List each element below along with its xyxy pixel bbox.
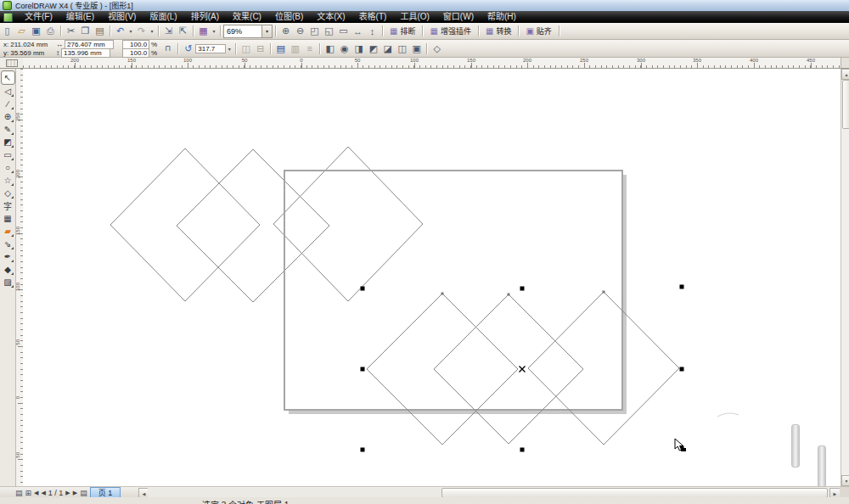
import-icon[interactable]: ⇲	[161, 25, 176, 37]
app-launcher-icon[interactable]: ▦	[196, 25, 211, 37]
plugin-snap-button[interactable]: ▣贴齐	[521, 25, 555, 38]
rotation-spinner[interactable]: ▾	[226, 42, 233, 55]
vertical-scroll-thumb[interactable]	[842, 80, 849, 129]
scale-v-field[interactable]: 100.0	[122, 48, 149, 58]
x-label: x:	[3, 41, 8, 48]
redo-icon-dropdown[interactable]: ▾	[149, 25, 155, 37]
eyedropper-tool[interactable]: ⇘	[2, 238, 14, 250]
scroll-down-button[interactable]: ▼	[841, 475, 849, 486]
freehand-tool[interactable]: ✎	[2, 123, 14, 136]
back-minus-front-icon[interactable]: ▣	[409, 42, 424, 55]
cut-icon[interactable]: ✂	[64, 25, 78, 37]
save-icon[interactable]: ▣	[29, 25, 43, 37]
wrap-paragraph-text-icon[interactable]: ▤	[273, 42, 288, 55]
simplify-icon[interactable]: ◪	[380, 42, 395, 55]
print-icon[interactable]: ⎙	[43, 25, 58, 37]
redo-icon[interactable]: ↷	[134, 25, 149, 37]
standard-toolbar: ▯▱▣⎙✂❐▤↶▾↷▾⇲⇱▦▾69%▾⊕⊖◰◱▭↔↕▦排断▦增强插件▦转换▣贴齐	[0, 23, 849, 40]
menu-item-5[interactable]: 效果(C)	[226, 11, 268, 23]
first-page-button[interactable]: ◀	[34, 490, 38, 496]
convert-to-curves-icon[interactable]: ◇	[430, 42, 444, 55]
open-folder-icon[interactable]: ▱	[14, 25, 29, 37]
scroll-up-button[interactable]: ▲	[841, 69, 849, 80]
percent-label-v: %	[151, 49, 157, 57]
zoom-page-width-icon[interactable]: ↔	[351, 25, 365, 37]
zoom-all-objects-icon[interactable]: ◱	[322, 25, 336, 37]
zoom-page-icon[interactable]: ▭	[336, 25, 351, 37]
intersect-icon[interactable]: ◩	[366, 42, 380, 55]
weld-icon[interactable]: ◉	[337, 42, 351, 55]
plugin-paiduan-button[interactable]: ▦排断	[385, 25, 419, 38]
add-page-icon[interactable]: ⊞	[25, 489, 32, 497]
mirror-vertical-icon[interactable]: ⊟	[253, 42, 267, 55]
title-bar: CorelDRAW X4 ( 专业版 ) - [图形1]	[0, 0, 849, 11]
menu-item-0[interactable]: 文件(F)	[18, 11, 59, 23]
smart-fill-tool-flyout-icon	[11, 145, 14, 148]
fill-tool[interactable]: ◆	[2, 263, 14, 276]
pick-tool[interactable]: ↖	[1, 70, 15, 85]
menu-item-7[interactable]: 文本(X)	[310, 11, 351, 23]
basic-shapes-tool[interactable]: ◇	[2, 187, 14, 199]
ruler-origin-corner[interactable]	[0, 58, 24, 69]
ellipse-tool[interactable]: ○	[2, 161, 14, 174]
crop-tool[interactable]: ∕	[2, 98, 14, 110]
menu-item-11[interactable]: 帮助(H)	[481, 11, 523, 23]
rotation-angle-field[interactable]: 317.7	[195, 44, 226, 53]
copy-icon[interactable]: ❐	[78, 25, 93, 37]
object-height-field[interactable]: 135.996 mm	[61, 48, 110, 58]
zoom-page-height-icon[interactable]: ↕	[365, 25, 380, 37]
menu-item-8[interactable]: 表格(T)	[352, 11, 394, 23]
combine-icon[interactable]: ◧	[323, 42, 337, 55]
menu-item-3[interactable]: 版面(L)	[143, 11, 183, 23]
menu-item-1[interactable]: 编辑(E)	[59, 11, 101, 23]
rectangle-tool[interactable]: ▭	[2, 148, 14, 161]
table-tool[interactable]: ▦	[2, 212, 14, 225]
mirror-horizontal-icon[interactable]: ◫	[239, 42, 253, 55]
new-document-icon[interactable]: ▯	[0, 25, 14, 37]
paste-icon[interactable]: ▤	[93, 25, 107, 37]
horizontal-ruler[interactable]: 20015010050050100150200250300350400450	[23, 58, 841, 69]
polygon-tool[interactable]: ☆	[2, 174, 14, 187]
zoom-level-combo[interactable]: 69%▾	[223, 25, 273, 38]
next-page-button[interactable]: ▶	[65, 490, 70, 496]
drawing-canvas[interactable]	[23, 69, 841, 486]
toolbar-separator	[478, 25, 479, 36]
plugin-enhance-button[interactable]: ▦增强插件	[425, 25, 475, 38]
zoom-combo-arrow-icon[interactable]: ▾	[261, 25, 272, 37]
vertical-scrollbar[interactable]: ▲ ▼	[841, 69, 849, 486]
horizontal-scrollbar[interactable]	[148, 488, 829, 497]
previous-page-button[interactable]: ◀	[41, 490, 45, 496]
edit-source-icon[interactable]: ▥	[288, 42, 302, 55]
h-ruler-label: 50	[242, 58, 248, 63]
plugin-convert-button[interactable]: ▦转换	[481, 25, 515, 38]
zoom-tool[interactable]: ⊕	[2, 110, 14, 123]
undo-icon-dropdown[interactable]: ▾	[127, 25, 134, 37]
x-position-value[interactable]: 211.024 mm	[10, 41, 48, 48]
trim-icon[interactable]: ◨	[351, 42, 366, 55]
menu-item-9[interactable]: 工具(O)	[393, 11, 436, 23]
interactive-fill-tool[interactable]: ▨	[2, 276, 14, 288]
h-ruler-label: 350	[693, 58, 701, 63]
last-page-button[interactable]: ▶	[73, 490, 77, 496]
page-icon[interactable]: ▤	[80, 489, 87, 497]
menu-item-4[interactable]: 排列(A)	[184, 11, 226, 23]
align-icon[interactable]: ≡	[302, 42, 317, 55]
zoom-in-icon[interactable]: ⊕	[278, 25, 293, 37]
shape-tool[interactable]: ◁	[2, 85, 14, 98]
menu-item-10[interactable]: 窗口(W)	[436, 11, 481, 23]
front-minus-back-icon[interactable]: ◫	[395, 42, 409, 55]
menu-item-6[interactable]: 位图(B)	[268, 11, 310, 23]
y-position-value[interactable]: 35.569 mm	[10, 49, 44, 57]
zoom-selected-icon[interactable]: ◰	[307, 25, 322, 37]
outline-pen-tool[interactable]: ✒	[2, 250, 14, 263]
page-flip-icon[interactable]: ▤	[15, 489, 23, 497]
lock-ratio-icon[interactable]: ⊓	[160, 42, 175, 55]
blend-tool[interactable]: ▰	[2, 225, 14, 238]
text-tool[interactable]: 字	[2, 199, 14, 212]
zoom-out-icon[interactable]: ⊖	[293, 25, 307, 37]
undo-icon[interactable]: ↶	[113, 25, 127, 37]
export-icon[interactable]: ⇱	[176, 25, 190, 37]
smart-fill-tool[interactable]: ◩	[2, 136, 14, 148]
menu-item-2[interactable]: 视图(V)	[101, 11, 143, 23]
app-launcher-icon-dropdown[interactable]: ▾	[211, 25, 217, 37]
